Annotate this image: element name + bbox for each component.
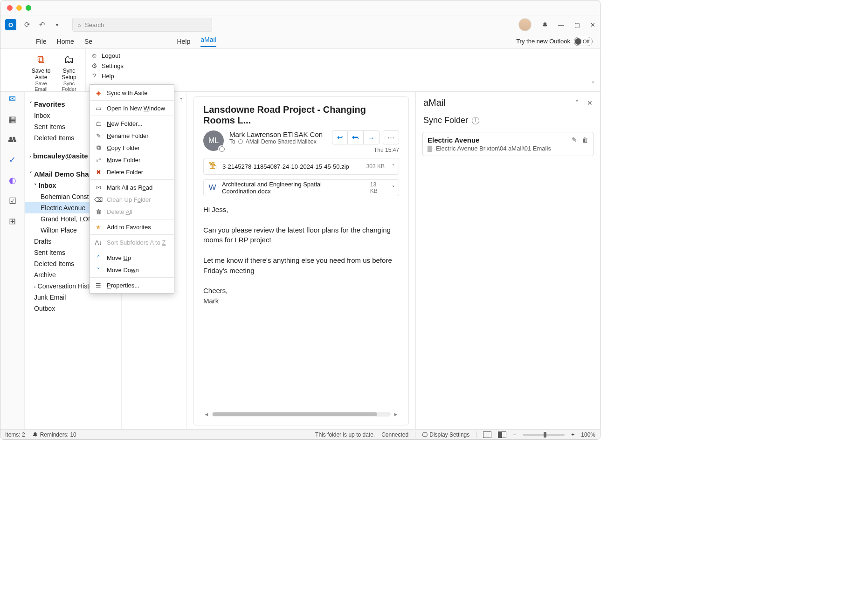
try-new-outlook-toggle[interactable]: Off xyxy=(574,37,593,46)
save-to-asite-icon: ⧉ xyxy=(34,53,48,67)
ctx-clean-up-folder: ⌫Clean Up Folder xyxy=(90,193,174,205)
tab-send-receive[interactable]: Se xyxy=(84,38,92,45)
tab-home[interactable]: Home xyxy=(57,38,74,45)
bell-icon: 🔔︎ xyxy=(33,431,38,438)
reply-all-button[interactable]: ⮪ xyxy=(348,130,364,144)
attachment-menu-icon[interactable]: ˅ xyxy=(392,185,395,191)
sync-setup-icon: 🗂︎ xyxy=(62,53,76,67)
nav-addon-icon[interactable]: ◐ xyxy=(9,175,16,185)
sort-ascending-icon[interactable]: ↑ xyxy=(179,96,183,103)
minimize-window-icon[interactable] xyxy=(16,5,22,11)
ctx-delete-folder[interactable]: ✖Delete Folder xyxy=(90,166,174,178)
status-item-count: Items: 2 xyxy=(5,431,25,438)
mark-read-icon: ✉︎ xyxy=(95,184,102,191)
ctx-open-new-window[interactable]: ▭Open in New Window xyxy=(90,102,174,114)
recipient-presence-icon xyxy=(238,139,243,144)
gear-icon: ⚙︎ xyxy=(90,62,98,69)
zoom-out-button[interactable]: − xyxy=(513,431,516,438)
new-folder-icon: 🗀︎ xyxy=(95,120,102,127)
attachment[interactable]: 🗜︎3-2145278-11854087-24-10-2024-15-45-50… xyxy=(203,158,399,175)
restore-icon[interactable]: ▢ xyxy=(574,21,580,28)
nav-mail-icon[interactable]: ✉︎ xyxy=(9,94,16,104)
horizontal-scrollbar[interactable]: ◄ ► xyxy=(203,411,399,418)
amail-close-icon[interactable]: ✕ xyxy=(587,99,593,107)
edit-sync-icon[interactable]: ✎ xyxy=(572,136,577,144)
scroll-thumb[interactable] xyxy=(213,412,377,416)
ctx-sync-with-asite[interactable]: ◈Sync with Asite xyxy=(90,87,174,99)
ctx-delete-all: 🗑︎Delete All xyxy=(90,205,174,218)
ctx-properties[interactable]: ☰Properties... xyxy=(90,279,174,291)
nav-people-icon[interactable]: 👥︎ xyxy=(8,135,17,144)
attachment-size: 303 KB xyxy=(366,163,385,170)
settings-button[interactable]: ⚙︎Settings xyxy=(90,62,124,69)
chevron-down-icon: ˅ xyxy=(95,266,102,274)
search-icon: ⌕ xyxy=(77,21,81,28)
close-icon[interactable]: ✕ xyxy=(590,21,595,28)
delete-all-icon: 🗑︎ xyxy=(95,208,102,215)
attachment[interactable]: WArchitectural and Engineering Spatial C… xyxy=(203,179,399,196)
nav-tasks-icon[interactable]: ☑︎ xyxy=(9,196,16,206)
view-normal-icon[interactable] xyxy=(483,431,491,438)
scroll-left-icon[interactable]: ◄ xyxy=(203,411,210,417)
nav-todo-icon[interactable]: ✓ xyxy=(9,155,16,165)
minimize-icon[interactable]: — xyxy=(558,21,564,28)
sync-folder-name: Electric Avenue xyxy=(428,136,588,144)
ctx-mark-all-read[interactable]: ✉︎Mark All as Read xyxy=(90,181,174,193)
nav-more-apps-icon[interactable]: ⊞ xyxy=(9,216,16,226)
properties-icon: ☰ xyxy=(95,281,102,289)
ctx-move-down[interactable]: ˅Move Down xyxy=(90,264,174,276)
ctx-rename-folder[interactable]: ✎Rename Folder xyxy=(90,130,174,142)
qat-dropdown-icon[interactable]: ▾ xyxy=(53,21,61,29)
save-to-asite-button[interactable]: ⧉ Save to Asite xyxy=(28,51,54,81)
reply-button[interactable]: ↩ xyxy=(332,130,348,144)
ctx-move-folder[interactable]: ⇄Move Folder xyxy=(90,154,174,166)
maximize-window-icon[interactable] xyxy=(26,5,31,11)
zoom-slider[interactable] xyxy=(523,434,565,436)
collapse-ribbon-icon[interactable]: ˅ xyxy=(592,81,594,88)
move-icon: ⇄ xyxy=(95,156,102,164)
attachment-menu-icon[interactable]: ˅ xyxy=(392,164,395,170)
attachment-size: 13 KB xyxy=(370,181,385,194)
nav-calendar-icon[interactable]: ▦ xyxy=(8,114,16,124)
more-actions-button[interactable]: ⋯ xyxy=(383,130,399,144)
view-reading-icon[interactable] xyxy=(498,431,506,438)
try-new-outlook-label: Try the new Outlook xyxy=(516,38,570,45)
ctx-add-to-favorites[interactable]: ★Add to Favorites xyxy=(90,221,174,233)
sort-icon: A↓ xyxy=(95,239,102,246)
scroll-right-icon[interactable]: ► xyxy=(393,411,399,417)
forward-button[interactable]: → xyxy=(364,130,380,144)
tab-amail[interactable]: aMail xyxy=(200,36,216,47)
email-subject: Lansdowne Road Project - Changing Rooms … xyxy=(203,104,399,126)
logout-button[interactable]: ⎋Logout xyxy=(90,52,124,59)
info-icon[interactable]: i xyxy=(472,117,479,124)
sync-folder-card[interactable]: ✎ 🗑︎ Electric Avenue ▇Electric Avenue Br… xyxy=(422,132,594,156)
delete-icon: ✖ xyxy=(95,168,102,176)
tab-help[interactable]: Help xyxy=(177,38,190,45)
status-sync: This folder is up to date. xyxy=(315,431,375,438)
display-settings-button[interactable]: 🖵︎Display Settings xyxy=(422,431,469,438)
ctx-copy-folder[interactable]: ⧉Copy Folder xyxy=(90,142,174,154)
undo-icon[interactable]: ↶ xyxy=(38,21,46,29)
account-avatar[interactable] xyxy=(518,18,531,31)
amail-pane: aMail ˅ ✕ Sync Folder i ✎ 🗑︎ Electric Av… xyxy=(415,92,600,429)
delete-sync-icon[interactable]: 🗑︎ xyxy=(582,136,588,144)
amail-collapse-icon[interactable]: ˅ xyxy=(575,99,579,107)
display-icon: 🖵︎ xyxy=(422,431,428,438)
tab-file[interactable]: File xyxy=(36,38,47,45)
ctx-new-folder[interactable]: 🗀︎New Folder... xyxy=(90,117,174,130)
sync-setup-button[interactable]: 🗂︎ Sync Setup xyxy=(56,51,82,81)
logout-icon: ⎋ xyxy=(90,52,98,59)
mac-window-controls[interactable] xyxy=(7,5,31,11)
help-button[interactable]: ?Help xyxy=(90,72,124,80)
sync-icon[interactable]: ⟳ xyxy=(23,21,31,29)
notifications-icon[interactable]: 🔔︎ xyxy=(542,21,548,28)
presence-icon xyxy=(218,145,225,152)
amail-pane-title: aMail xyxy=(423,97,446,108)
ctx-move-up[interactable]: ˄Move Up xyxy=(90,252,174,264)
folder-item[interactable]: Outbox xyxy=(25,303,121,314)
zoom-in-button[interactable]: + xyxy=(571,431,574,438)
close-window-icon[interactable] xyxy=(7,5,13,11)
search-input[interactable]: ⌕ Search xyxy=(72,18,212,32)
asite-icon: ◈ xyxy=(95,89,102,96)
attachment-name: Architectural and Engineering Spatial Co… xyxy=(222,181,366,195)
